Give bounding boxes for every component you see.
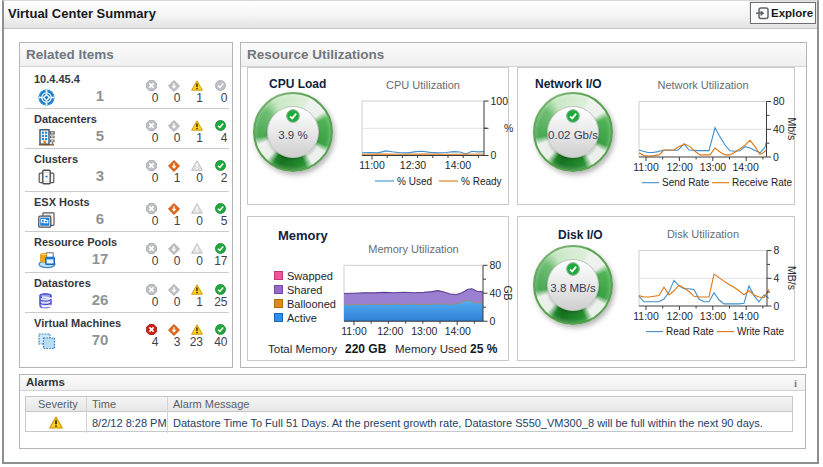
svg-text:14:00: 14:00 <box>445 325 471 337</box>
svg-text:GB: GB <box>502 285 514 300</box>
svg-text:12:00: 12:00 <box>667 310 693 322</box>
svg-text:14:00: 14:00 <box>445 159 471 171</box>
svg-text:Receive Rate: Receive Rate <box>732 177 792 188</box>
svg-text:0: 0 <box>491 149 497 161</box>
svg-text:0: 0 <box>490 315 496 327</box>
svg-text:13:00: 13:00 <box>411 325 437 337</box>
svg-text:14:00: 14:00 <box>732 310 758 322</box>
svg-text:0: 0 <box>774 300 780 312</box>
svg-text:Mb/s: Mb/s <box>786 118 798 141</box>
svg-text:40: 40 <box>490 287 502 299</box>
svg-text:13:00: 13:00 <box>700 310 726 322</box>
svg-text:Read Rate: Read Rate <box>666 326 714 337</box>
svg-text:11:00: 11:00 <box>633 310 659 322</box>
svg-text:11:00: 11:00 <box>359 159 385 171</box>
svg-text:14:00: 14:00 <box>732 161 758 173</box>
svg-text:12:00: 12:00 <box>667 161 693 173</box>
svg-text:80: 80 <box>490 259 502 271</box>
svg-text:11:00: 11:00 <box>633 161 659 173</box>
svg-text:80: 80 <box>773 95 785 107</box>
svg-text:%: % <box>504 122 513 134</box>
svg-text:MB/s: MB/s <box>786 266 798 290</box>
svg-text:0: 0 <box>773 151 779 163</box>
svg-text:100: 100 <box>491 95 509 107</box>
svg-text:40: 40 <box>773 123 785 135</box>
svg-text:% Ready: % Ready <box>461 176 502 187</box>
svg-text:11:00: 11:00 <box>341 325 367 337</box>
svg-text:% Used: % Used <box>397 176 432 187</box>
svg-text:13:00: 13:00 <box>700 161 726 173</box>
svg-text:8: 8 <box>774 244 780 256</box>
svg-text:Write Rate: Write Rate <box>737 326 784 337</box>
svg-text:12:30: 12:30 <box>400 159 426 171</box>
svg-text:12:00: 12:00 <box>377 325 403 337</box>
svg-text:4: 4 <box>774 272 780 284</box>
svg-text:Send Rate: Send Rate <box>662 177 710 188</box>
